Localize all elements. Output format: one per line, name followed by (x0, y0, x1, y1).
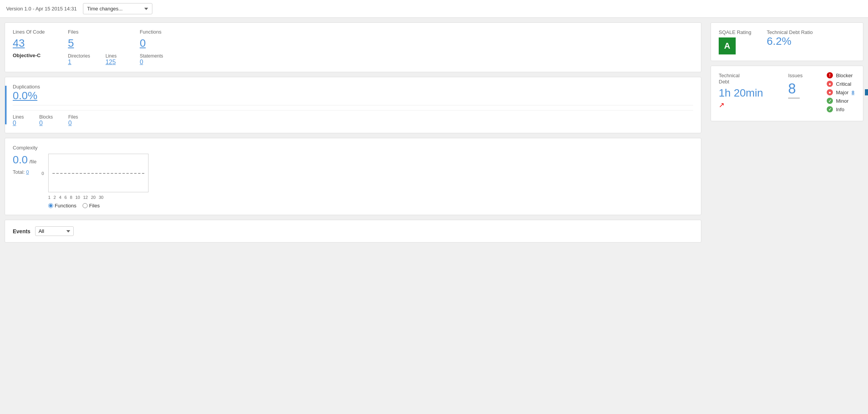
radio-files[interactable]: Files (83, 203, 100, 209)
issue-count-major[interactable]: 8 (852, 90, 860, 95)
dup-lines-label: Lines (13, 114, 24, 120)
issue-label-blocker: Blocker (836, 73, 868, 78)
issue-icon-major: ● (827, 89, 833, 95)
issues-right: !Blocker0●Critical0●Major8✓Minor0✓Info0 (827, 72, 868, 115)
time-select[interactable]: Time changes... Last 30 days Last 90 day… (83, 3, 152, 14)
issue-icon-critical: ● (827, 81, 833, 87)
statements-label: Statements (140, 53, 163, 59)
chart-x-labels: 1 2 4 6 8 10 12 20 30 (48, 195, 693, 200)
complexity-row: 0.0 /file Total: 0 0 (13, 154, 693, 209)
events-row: Events All Version Other (13, 226, 693, 236)
debt-left: TechnicalDebt 1h 20min ↗ (719, 72, 788, 115)
debt-label: TechnicalDebt (719, 73, 740, 85)
files-value[interactable]: 5 (68, 37, 117, 49)
radio-functions[interactable]: Functions (48, 203, 76, 209)
issue-bar-major (865, 89, 868, 95)
issues-divider (788, 98, 800, 98)
code-stats-card: Lines Of Code 43 Objective-C Files 5 Dir… (5, 22, 701, 72)
complexity-value[interactable]: 0.0 (13, 154, 28, 166)
complexity-unit: /file (29, 159, 37, 165)
functions-group: Functions 0 Statements 0 (140, 29, 163, 66)
sqale-title: SQALE Rating (719, 29, 751, 35)
events-select[interactable]: All Version Other (35, 226, 74, 236)
sqale-left: SQALE Rating A (719, 29, 751, 54)
loc-group: Lines Of Code 43 Objective-C (13, 29, 45, 58)
metrics-row: Lines Of Code 43 Objective-C Files 5 Dir… (13, 29, 693, 66)
issue-label-major: Major (836, 90, 849, 95)
issue-row-info: ✓Info0 (827, 106, 868, 112)
events-title: Events (13, 228, 30, 234)
debt-time[interactable]: 1h 20min (719, 87, 788, 99)
total-value[interactable]: 0 (26, 169, 29, 175)
chart-y-label: 0 (42, 171, 44, 176)
radio-files-label: Files (89, 203, 100, 209)
dup-lines: Lines 0 (13, 114, 24, 127)
duplications-title: Duplications (13, 84, 40, 90)
directories-metric: Directories 1 (68, 53, 90, 66)
issues-value[interactable]: 8 (788, 81, 827, 97)
tech-debt-ratio: Technical Debt Ratio 6.2% (767, 29, 813, 48)
chart-area: 0 1 2 4 6 8 10 12 20 30 (48, 154, 693, 209)
language-label: Objective-C (13, 53, 45, 58)
complexity-title: Complexity (13, 145, 37, 151)
events-card: Events All Version Other (5, 220, 701, 243)
issue-icon-minor: ✓ (827, 98, 833, 104)
technical-debt-card: TechnicalDebt 1h 20min ↗ Issues 8 !Block… (711, 66, 863, 121)
directories-value[interactable]: 1 (68, 59, 90, 66)
complexity-value-row: 0.0 /file (13, 154, 37, 166)
lines-metric: Lines 125 (105, 53, 117, 66)
dup-files-label: Files (68, 114, 78, 120)
lines-label: Lines (105, 53, 117, 59)
duplications-card: Duplications 0.0% Lines 0 Blocks 0 Files… (5, 77, 701, 133)
radio-functions-label: Functions (55, 203, 76, 209)
statements-metric: Statements 0 (140, 53, 163, 66)
trend-arrow-icon: ↗ (719, 101, 788, 109)
main-content: Lines Of Code 43 Objective-C Files 5 Dir… (0, 18, 868, 247)
files-label: Files (68, 29, 117, 35)
complexity-chart: 0 (48, 154, 149, 192)
dup-blocks-label: Blocks (39, 114, 53, 120)
loc-label: Lines Of Code (13, 29, 45, 35)
debt-card-row: TechnicalDebt 1h 20min ↗ Issues 8 !Block… (719, 72, 855, 115)
issue-row-critical: ●Critical0 (827, 81, 868, 87)
complexity-card: Complexity 0.0 /file Total: 0 0 (5, 138, 701, 215)
dup-blocks-value[interactable]: 0 (39, 120, 53, 127)
statements-value[interactable]: 0 (140, 59, 163, 66)
sqale-badge: A (719, 37, 736, 54)
top-bar: Version 1.0 - Apr 15 2015 14:31 Time cha… (0, 0, 868, 18)
debt-ratio-value[interactable]: 6.2% (767, 35, 813, 48)
issue-icon-info: ✓ (827, 106, 833, 112)
complexity-left: 0.0 /file Total: 0 (13, 154, 37, 175)
issue-label-critical: Critical (836, 81, 868, 87)
files-group: Files 5 Directories 1 Lines 125 (68, 29, 117, 66)
functions-sub: Statements 0 (140, 53, 163, 66)
dup-files-value[interactable]: 0 (68, 120, 78, 127)
total-label: Total: (13, 169, 25, 175)
sqale-row: SQALE Rating A Technical Debt Ratio 6.2% (719, 29, 855, 54)
functions-value[interactable]: 0 (140, 37, 163, 49)
total-row: Total: 0 (13, 169, 37, 175)
issues-label: Issues (788, 73, 803, 78)
duplications-value[interactable]: 0.0% (13, 90, 693, 102)
dup-sub: Lines 0 Blocks 0 Files 0 (13, 110, 693, 127)
directories-label: Directories (68, 53, 90, 59)
issue-icon-blocker: ! (827, 72, 833, 78)
issue-row-minor: ✓Minor0 (827, 98, 868, 104)
sub-metrics: Directories 1 Lines 125 (68, 53, 117, 66)
sqale-card: SQALE Rating A Technical Debt Ratio 6.2% (711, 22, 863, 61)
version-label: Version 1.0 - Apr 15 2015 14:31 (6, 6, 77, 12)
dup-files: Files 0 (68, 114, 78, 127)
issue-row-major: ●Major8 (827, 89, 868, 95)
dup-blocks: Blocks 0 (39, 114, 53, 127)
issue-label-info: Info (836, 107, 868, 112)
issue-label-minor: Minor (836, 98, 868, 104)
lines-value[interactable]: 125 (105, 59, 117, 66)
chart-dashed-line (52, 173, 144, 174)
issues-middle: Issues 8 (788, 72, 827, 115)
issue-row-blocker: !Blocker0 (827, 72, 868, 78)
dup-lines-value[interactable]: 0 (13, 120, 24, 127)
loc-value[interactable]: 43 (13, 37, 45, 49)
functions-label: Functions (140, 29, 163, 35)
chart-radio-row: Functions Files (48, 203, 693, 209)
left-panel: Lines Of Code 43 Objective-C Files 5 Dir… (0, 18, 706, 247)
